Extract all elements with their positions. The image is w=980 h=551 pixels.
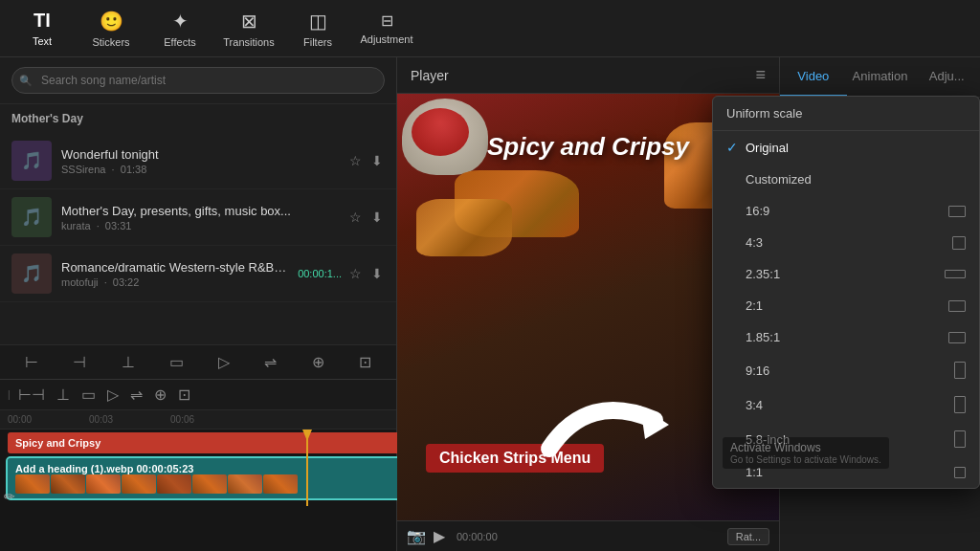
effects-icon: ✦ — [172, 10, 189, 33]
dropdown-item-4[interactable]: 2.35:1 — [713, 258, 979, 290]
crop-icon[interactable]: ▭ — [169, 353, 184, 371]
thumb-7 — [228, 474, 262, 494]
tl-btn3[interactable]: ▭ — [78, 384, 100, 406]
edit-toolbar: ⊢ ⊣ ⊥ ▭ ▷ ⇌ ⊕ ⊡ — [0, 344, 396, 379]
main-area: Mother's Day 🎵 Wonderful tonight SSSiren… — [0, 57, 980, 551]
tl-btn4[interactable]: ▷ — [103, 384, 122, 406]
dropdown-label-3: 4:3 — [742, 235, 952, 250]
thumb-2 — [51, 474, 85, 494]
aspect-icon-2 — [948, 206, 966, 217]
toolbar-stickers-label: Stickers — [92, 36, 129, 48]
music-time-badge: 00:00:1... — [298, 268, 342, 279]
transitions-icon: ⊠ — [241, 10, 257, 33]
tl-btn6[interactable]: ⊕ — [150, 384, 170, 406]
filters-icon: ◫ — [309, 10, 327, 33]
dropdown-item-0[interactable]: ✓Original — [713, 131, 979, 164]
music-meta-1: SSSirena · 01:38 — [61, 164, 338, 175]
player-controls: 📷 ▶ 00:00:00 Rat... — [397, 520, 779, 551]
play-icon[interactable]: ▷ — [218, 353, 230, 371]
sauce-decoration — [412, 108, 469, 156]
dropdown-label-0: Original — [742, 141, 966, 155]
toolbar-effects[interactable]: ✦ Effects — [147, 2, 212, 55]
text-icon: TI — [33, 10, 51, 32]
split-clip-btn[interactable]: ⊢⊣ — [14, 384, 49, 406]
left-panel: Mother's Day 🎵 Wonderful tonight SSSiren… — [0, 57, 397, 551]
dropdown-item-1[interactable]: Customized — [713, 164, 979, 195]
download-btn-1[interactable]: ⬇ — [369, 151, 385, 170]
play-btn[interactable]: ▶ — [434, 527, 445, 545]
right-panel: Video Animation Adju... Basic Cutout Pos… — [779, 57, 980, 551]
music-actions-1: ☆ ⬇ — [347, 151, 385, 170]
music-item[interactable]: 🎵 Wonderful tonight SSSirena · 01:38 ☆ ⬇ — [0, 133, 396, 189]
main-toolbar: TI Text 🙂 Stickers ✦ Effects ⊠ Transitio… — [0, 0, 980, 57]
aspect-icon-3 — [952, 236, 966, 250]
music-title-1: Wonderful tonight — [61, 147, 338, 162]
toolbar-transitions[interactable]: ⊠ Transitions — [216, 2, 281, 55]
download-btn-3[interactable]: ⬇ — [369, 264, 385, 283]
aspect-icon-6 — [948, 332, 966, 343]
dropdown-label-6: 1.85:1 — [742, 330, 948, 344]
dropdown-label-5: 2:1 — [742, 298, 948, 313]
dropdown-item-8[interactable]: 3:4 — [713, 387, 979, 422]
mirror-icon[interactable]: ⇌ — [264, 353, 277, 371]
toolbar-adjustment[interactable]: ⊟ Adjustment — [354, 2, 419, 55]
rotate-icon[interactable]: ⊕ — [312, 353, 324, 371]
time-display: 00:00:00 — [457, 531, 498, 542]
tab-video[interactable]: Video — [780, 57, 847, 97]
aspect-icon-8 — [954, 396, 966, 413]
music-info-3: Romance/dramatic Western-style R&B(1... … — [61, 260, 288, 288]
aspect-icon-10 — [954, 467, 966, 478]
music-meta-3: motofuji · 03:22 — [61, 276, 288, 288]
dropdown-label-1: Customized — [742, 172, 966, 187]
thumb-3 — [86, 474, 121, 494]
dropdown-item-5[interactable]: 2:1 — [713, 290, 979, 321]
tab-animation[interactable]: Animation — [847, 57, 914, 97]
mask-icon[interactable]: ⊡ — [359, 353, 371, 371]
tl-btn7[interactable]: ⊡ — [174, 384, 194, 406]
player-menu-icon[interactable]: ≡ — [755, 65, 766, 85]
music-thumb-2: 🎵 — [11, 197, 52, 237]
toolbar-stickers[interactable]: 🙂 Stickers — [78, 2, 144, 55]
adjustment-icon: ⊟ — [381, 11, 393, 30]
music-item-2[interactable]: 🎵 Mother's Day, presents, gifts, music b… — [0, 189, 396, 246]
tab-adjustment[interactable]: Adju... — [913, 57, 980, 97]
dropdown-items-container: ✓OriginalCustomized16:94:32.35:12:11.85:… — [713, 131, 979, 488]
ratio-btn[interactable]: Rat... — [727, 528, 769, 545]
download-btn-2[interactable]: ⬇ — [369, 208, 385, 227]
watermark: Activate Windows Go to Settings to activ… — [723, 437, 889, 469]
music-item-3[interactable]: 🎵 Romance/dramatic Western-style R&B(1..… — [0, 246, 396, 302]
tl-btn2[interactable]: ⊥ — [53, 384, 74, 406]
video-title: Spicy and Cripsy — [487, 132, 689, 162]
dropdown-item-3[interactable]: 4:3 — [713, 227, 979, 258]
toolbar-text[interactable]: TI Text — [10, 2, 75, 55]
music-info-2: Mother's Day, presents, gifts, music box… — [61, 204, 338, 231]
search-wrapper — [11, 67, 385, 94]
video-subtitle: Chicken Strips Menu — [426, 444, 604, 473]
toolbar-filters[interactable]: ◫ Filters — [285, 2, 350, 55]
thumb-1 — [15, 474, 50, 494]
tl-btn5[interactable]: ⇌ — [126, 384, 146, 406]
dropdown-item-6[interactable]: 1.85:1 — [713, 321, 979, 353]
music-meta-2: kurata · 03:31 — [61, 220, 338, 231]
pen-icon[interactable]: ✏ — [0, 485, 19, 508]
music-actions-3: 00:00:1... ☆ ⬇ — [298, 264, 385, 283]
timeline-tb-sep1: | — [8, 389, 11, 400]
trim-icon[interactable]: ⊥ — [122, 353, 135, 371]
search-input[interactable] — [11, 67, 385, 94]
favorite-btn-1[interactable]: ☆ — [347, 151, 364, 170]
music-actions-2: ☆ ⬇ — [347, 208, 385, 227]
camera-btn[interactable]: 📷 — [407, 527, 426, 545]
dropdown-menu: Uniform scale ✓OriginalCustomized16:94:3… — [712, 96, 980, 489]
favorite-btn-2[interactable]: ☆ — [347, 208, 364, 227]
favorite-btn-3[interactable]: ☆ — [347, 264, 364, 283]
aspect-icon-7 — [954, 362, 966, 379]
dropdown-item-2[interactable]: 16:9 — [713, 195, 979, 227]
search-bar — [0, 57, 396, 104]
split-icon[interactable]: ⊢ — [25, 353, 38, 371]
aspect-icon-4 — [945, 270, 966, 278]
toolbar-adjustment-label: Adjustment — [360, 33, 412, 45]
split2-icon[interactable]: ⊣ — [73, 353, 86, 371]
dropdown-item-7[interactable]: 9:16 — [713, 353, 979, 387]
dropdown-label-2: 16:9 — [742, 204, 948, 218]
thumb-5 — [157, 474, 191, 494]
